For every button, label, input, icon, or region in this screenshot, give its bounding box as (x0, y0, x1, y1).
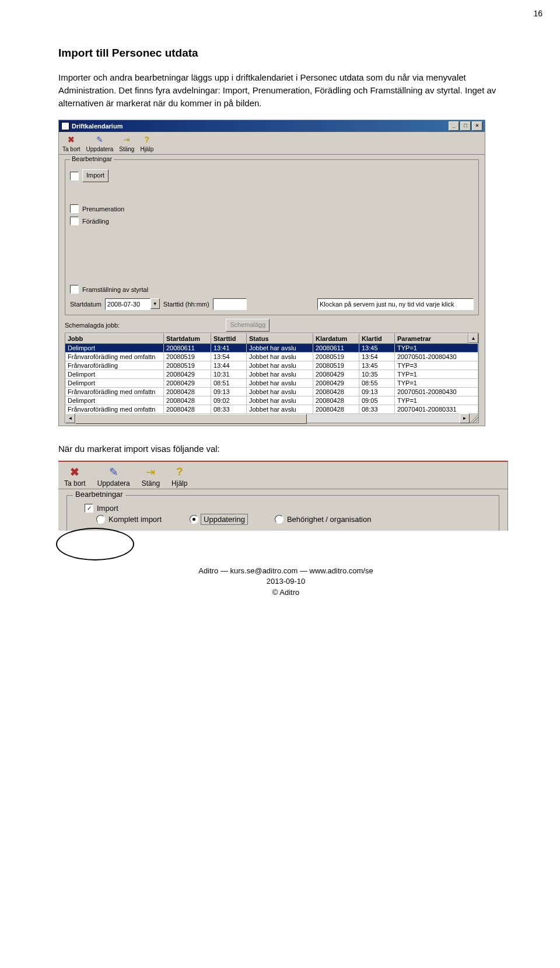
table-cell: Frånvaroförädling (65, 361, 164, 370)
uppdatera-button[interactable]: ✎ Uppdatera (86, 134, 114, 152)
page-footer: Aditro — kurs.se@aditro.com — www.aditro… (58, 566, 513, 598)
minimize-button[interactable]: _ (449, 121, 459, 131)
table-row[interactable]: Delimport2008042908:51Jobbet har avslu20… (65, 379, 478, 388)
table-cell: 13:54 (211, 353, 247, 361)
table-cell: 20080429 (313, 370, 359, 379)
table-row[interactable]: Delimport2008042910:31Jobbet har avslu20… (65, 370, 478, 379)
prenumeration-checkbox[interactable] (70, 204, 79, 213)
table-cell: Delimport (65, 370, 164, 379)
vscroll-up-icon[interactable]: ▲ (468, 333, 478, 343)
table-cell: TYP=1 (395, 396, 478, 405)
table-cell: Jobbet har avslu (247, 353, 313, 361)
table-cell: 20080428 (164, 396, 211, 405)
hscroll-thumb[interactable] (75, 414, 307, 424)
table-header: Jobb Startdatum Starttid Status Klardatu… (65, 333, 478, 344)
table-cell: Jobbet har avslu (247, 396, 313, 405)
hscroll-right-icon[interactable]: ► (460, 413, 470, 423)
import-checkbox[interactable] (70, 172, 79, 180)
window-titlebar[interactable]: Driftkalendarium _ □ × (59, 120, 485, 132)
table-cell: 20080429 (164, 370, 211, 379)
table-cell: Delimport (65, 396, 164, 405)
section2-text: När du markerat import visas följande va… (58, 444, 513, 454)
table-cell: 10:35 (359, 370, 395, 379)
resize-grip-icon[interactable] (470, 414, 478, 423)
table-cell: 20080429 (164, 379, 211, 388)
col-parametrar[interactable]: Parametrar (395, 333, 468, 344)
close-button[interactable]: × (472, 121, 482, 131)
starttid-label: Starttid (hh:mm) (163, 301, 209, 308)
hscrollbar[interactable]: ◄ ► (65, 414, 478, 423)
table-cell: Jobbet har avslu (247, 344, 313, 353)
col-status[interactable]: Status (247, 333, 313, 344)
hscroll-left-icon[interactable]: ◄ (65, 413, 75, 423)
col-startdatum[interactable]: Startdatum (164, 333, 211, 344)
schemalagg-button[interactable]: Schemalägg (226, 319, 270, 332)
exit-icon: ⇥ (142, 465, 160, 479)
behorighet-radio[interactable] (275, 515, 284, 524)
table-cell: Jobbet har avslu (247, 361, 313, 370)
table-row[interactable]: Delimport2008042809:02Jobbet har avslu20… (65, 396, 478, 405)
table-cell: 20080428 (164, 405, 211, 414)
foradling-checkbox[interactable] (70, 217, 79, 225)
wand-icon: ✎ (97, 465, 130, 479)
table-cell: 13:45 (359, 344, 395, 353)
col-klartid[interactable]: Klartid (359, 333, 395, 344)
col-starttid[interactable]: Starttid (211, 333, 247, 344)
toolbar2: ✖ Ta bort ✎ Uppdatera ⇥ Stäng ? Hjälp (58, 461, 508, 489)
table-cell: 09:02 (211, 396, 247, 405)
table-cell: 20080428 (164, 388, 211, 396)
starttid-field[interactable] (213, 298, 247, 310)
tabort-button-2[interactable]: ✖ Ta bort (64, 465, 86, 488)
table-cell: 13:54 (359, 353, 395, 361)
table-cell: TYP=1 (395, 370, 478, 379)
maximize-button[interactable]: □ (460, 121, 471, 131)
table-row[interactable]: Delimport2008061113:41Jobbet har avslu20… (65, 344, 478, 353)
import-checkbox-2[interactable]: ✓ (85, 504, 93, 513)
table-cell: Jobbet har avslu (247, 379, 313, 388)
table-row[interactable]: Frånvaroförädling med omfattn2008051913:… (65, 353, 478, 361)
startdatum-label: Startdatum (70, 301, 102, 308)
app-icon (61, 122, 69, 130)
table-row[interactable]: Frånvaroförädling med omfattn2008042809:… (65, 388, 478, 396)
hjalp-button-2[interactable]: ? Hjälp (172, 465, 187, 488)
table-cell: 20070501-20080430 (395, 353, 478, 361)
table-cell: TYP=1 (395, 379, 478, 388)
table-cell: 20080611 (313, 344, 359, 353)
table-cell: 20080428 (313, 405, 359, 414)
tabort-button[interactable]: ✖ Ta bort (62, 134, 80, 152)
table-cell: Jobbet har avslu (247, 405, 313, 414)
table-row[interactable]: Frånvaroförädling med omfattn2008042808:… (65, 405, 478, 414)
uppdatering-label: Uppdatering (202, 515, 247, 524)
help-icon: ? (141, 134, 153, 145)
table-cell: 08:33 (359, 405, 395, 414)
datepicker-arrow-icon[interactable]: ▼ (150, 298, 160, 309)
server-time-field[interactable]: Klockan på servern just nu, ny tid vid v… (317, 298, 474, 310)
framstallning-checkbox[interactable] (70, 285, 79, 294)
komplett-import-label: Komplett import (108, 515, 162, 524)
import-label-btn[interactable]: Import (82, 169, 108, 182)
import-options-window: ✖ Ta bort ✎ Uppdatera ⇥ Stäng ? Hjälp Be… (58, 461, 508, 531)
toolbar: ✖ Ta bort ✎ Uppdatera ⇥ Stäng ? Hjälp (59, 132, 485, 155)
table-cell: 20080519 (313, 361, 359, 370)
table-cell: Jobbet har avslu (247, 388, 313, 396)
group-legend: Bearbetningar (70, 155, 114, 162)
table-cell: 13:41 (211, 344, 247, 353)
komplett-import-radio[interactable] (96, 515, 105, 524)
bearbetningar-group-2: Bearbetningar ✓ Import Komplett import U… (66, 495, 499, 531)
startdatum-field[interactable]: 2008-07-30 (105, 298, 150, 310)
table-cell: 08:51 (211, 379, 247, 388)
table-cell: 20080519 (164, 353, 211, 361)
col-klardatum[interactable]: Klardatum (313, 333, 359, 344)
hjalp-button[interactable]: ? Hjälp (140, 134, 153, 152)
help-icon: ? (172, 465, 187, 479)
framstallning-label: Framställning av styrtal (82, 286, 148, 293)
uppdatera-button-2[interactable]: ✎ Uppdatera (97, 465, 130, 488)
table-row[interactable]: Frånvaroförädling2008051913:44Jobbet har… (65, 361, 478, 370)
uppdatering-radio[interactable] (190, 515, 198, 524)
stang-button[interactable]: ⇥ Stäng (119, 134, 134, 152)
stang-button-2[interactable]: ⇥ Stäng (142, 465, 160, 488)
section-heading: Import till Personec utdata (58, 47, 513, 60)
window-title: Driftkalendarium (72, 123, 123, 130)
jobs-table: Jobb Startdatum Starttid Status Klardatu… (65, 333, 479, 423)
col-jobb[interactable]: Jobb (65, 333, 164, 344)
